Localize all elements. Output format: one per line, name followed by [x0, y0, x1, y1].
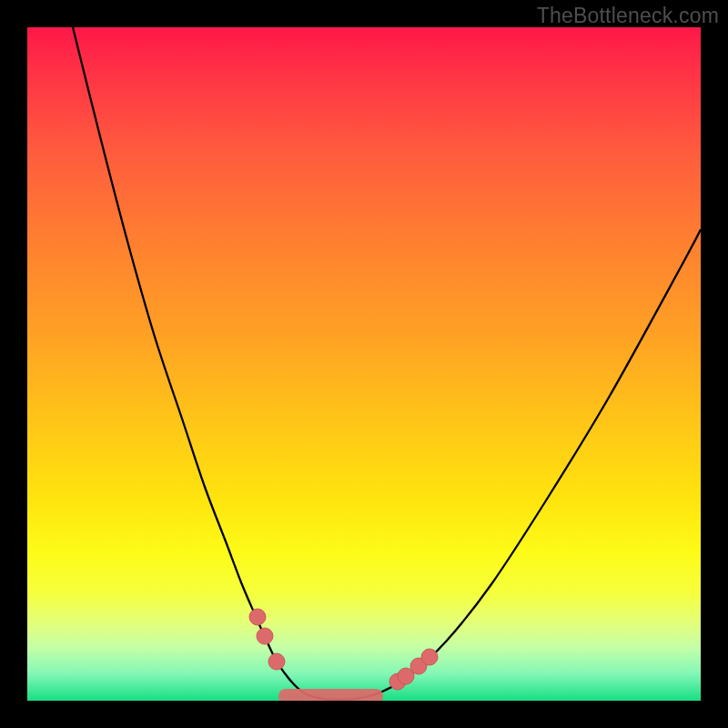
v-curve-path: [73, 27, 701, 700]
floor-band: [278, 689, 383, 701]
watermark-text: TheBottleneck.com: [537, 4, 719, 28]
plot-area: [27, 27, 701, 701]
marker-group: [249, 609, 438, 690]
left-dot-2: [257, 628, 273, 644]
chart-frame: TheBottleneck.com: [0, 0, 728, 728]
left-dot-1: [249, 609, 266, 625]
curve-svg: [27, 27, 701, 701]
left-dot-3: [268, 653, 285, 670]
right-dot-4: [421, 649, 438, 665]
